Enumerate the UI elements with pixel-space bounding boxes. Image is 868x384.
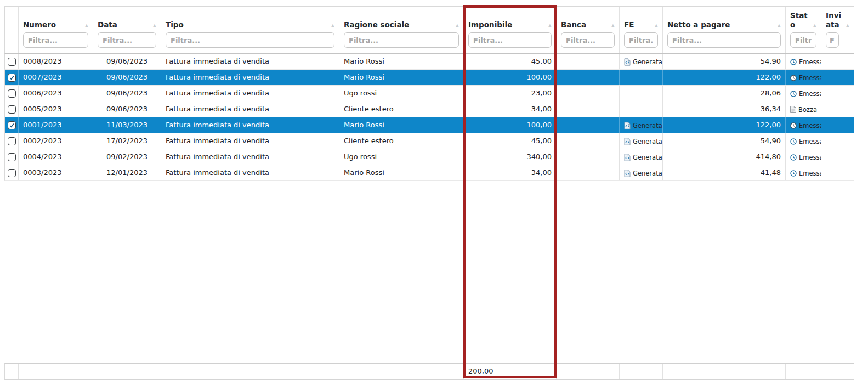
cell-inviata	[821, 70, 854, 85]
filter-input-fe[interactable]	[624, 32, 658, 48]
clock-icon	[790, 138, 797, 145]
cell-stato: Emessa	[786, 133, 821, 149]
fe-badge-label: Generata	[633, 58, 662, 66]
filter-input-tipo[interactable]	[166, 32, 334, 48]
row-checkbox-checked[interactable]	[8, 121, 16, 129]
filter-input-inviata[interactable]	[826, 32, 839, 48]
row-checkbox[interactable]	[8, 58, 16, 66]
cell-banca	[557, 101, 620, 117]
cell-inviata	[821, 117, 854, 133]
column-header-ragione_sociale[interactable]: Ragione sociale▲	[339, 7, 464, 53]
sort-ascending-icon[interactable]: ▲	[151, 22, 156, 30]
cell-banca	[557, 133, 620, 149]
cell-inviata	[821, 54, 854, 69]
filter-input-ragione_sociale[interactable]	[344, 32, 459, 48]
sort-ascending-icon[interactable]: ▲	[653, 22, 658, 30]
cell-data: 12/01/2023	[93, 165, 161, 180]
filter-input-data[interactable]	[98, 32, 156, 48]
cell-stato: Emessa	[786, 165, 821, 180]
cell-fe: Generata	[620, 165, 663, 180]
sort-ascending-icon[interactable]: ▲	[812, 22, 816, 30]
column-label-inviata: Inviata	[826, 11, 842, 30]
sort-ascending-icon[interactable]: ▲	[776, 22, 781, 30]
cell-netto_a_pagare: 41,48	[663, 165, 786, 180]
row-checkbox[interactable]	[8, 105, 16, 114]
cell-numero: 0002/2023	[19, 133, 93, 149]
filter-input-imponibile[interactable]	[468, 32, 552, 48]
cell-numero: 0007/2023	[19, 70, 93, 85]
filter-input-numero[interactable]	[23, 32, 88, 48]
table-header-row: Numero▲Data▲Tipo▲Ragione sociale▲Imponib…	[4, 6, 854, 54]
column-header-data[interactable]: Data▲	[93, 7, 161, 53]
cell-tipo: Fattura immediata di vendita	[161, 165, 339, 180]
table-row[interactable]: 0007/202309/06/2023Fattura immediata di …	[4, 70, 854, 86]
cell-inviata	[821, 101, 854, 117]
column-header-inviata[interactable]: Inviata▲	[821, 7, 854, 53]
table-row[interactable]: 0003/202312/01/2023Fattura immediata di …	[4, 165, 854, 181]
filter-input-netto_a_pagare[interactable]	[667, 32, 781, 48]
column-header-imponibile[interactable]: Imponibile▲	[464, 7, 557, 53]
column-label-numero: Numero	[23, 20, 56, 30]
column-header-stato[interactable]: Stato▲	[786, 7, 821, 53]
column-label-fe: FE	[624, 20, 634, 30]
status-badge: Emessa	[790, 170, 821, 177]
footer-cell-inviata	[821, 364, 854, 379]
fe-badge-label: Generata	[633, 138, 662, 145]
column-header-banca[interactable]: Banca▲	[557, 7, 620, 53]
cell-stato: Bozza	[786, 101, 821, 117]
cell-netto_a_pagare: 54,90	[663, 54, 786, 69]
cell-ragione_sociale: Mario Rossi	[339, 70, 464, 85]
table-row[interactable]: 0002/202317/02/2023Fattura immediata di …	[4, 133, 854, 149]
cell-stato: Emessa	[786, 86, 821, 101]
cell-banca	[557, 86, 620, 101]
status-badge: Emessa	[790, 74, 821, 82]
status-badge: Emessa	[790, 90, 821, 98]
row-checkbox[interactable]	[8, 153, 16, 161]
cell-fe: Generata	[620, 149, 663, 165]
filter-input-banca[interactable]	[561, 32, 615, 48]
cell-fe	[620, 101, 663, 117]
cell-inviata	[821, 149, 854, 165]
table-row[interactable]: 0006/202309/06/2023Fattura immediata di …	[4, 86, 854, 101]
cell-data: 11/03/2023	[93, 117, 161, 133]
sort-ascending-icon[interactable]: ▲	[610, 22, 615, 30]
footer-cell-ragione_sociale	[339, 364, 464, 379]
table-empty-area	[4, 181, 854, 363]
footer-cell-netto_a_pagare	[663, 364, 786, 379]
row-checkbox-checked[interactable]	[8, 74, 16, 82]
sort-ascending-icon[interactable]: ▲	[547, 22, 552, 30]
clock-icon	[790, 75, 797, 81]
column-label-imponibile: Imponibile	[468, 20, 512, 30]
clock-icon	[790, 59, 797, 65]
fe-badge-label: Generata	[633, 154, 662, 161]
column-header-fe[interactable]: FE▲	[620, 7, 663, 53]
sort-ascending-icon[interactable]: ▲	[330, 22, 334, 30]
cell-imponibile: 45,00	[464, 133, 557, 149]
column-label-tipo: Tipo	[166, 20, 184, 30]
row-checkbox[interactable]	[8, 89, 16, 98]
table-row[interactable]: 0004/202309/02/2023Fattura immediata di …	[4, 149, 854, 165]
cell-netto_a_pagare: 122,00	[663, 117, 786, 133]
row-checkbox[interactable]	[8, 169, 16, 177]
cell-data: 09/06/2023	[93, 54, 161, 69]
cell-ragione_sociale: Cliente estero	[339, 101, 464, 117]
status-badge: Emessa	[790, 58, 821, 66]
cell-stato: Emessa	[786, 149, 821, 165]
status-badge-label: Emessa	[799, 138, 821, 145]
table-row[interactable]: 0008/202309/06/2023Fattura immediata di …	[4, 54, 854, 70]
clock-icon	[790, 154, 797, 161]
sort-ascending-icon[interactable]: ▲	[844, 22, 849, 30]
sort-ascending-icon[interactable]: ▲	[83, 22, 88, 30]
sort-ascending-icon[interactable]: ▲	[454, 22, 459, 30]
table-row[interactable]: 0005/202309/06/2023Fattura immediata di …	[4, 101, 854, 117]
table-row[interactable]: 0001/202311/03/2023Fattura immediata di …	[4, 117, 854, 133]
column-header-numero[interactable]: Numero▲	[19, 7, 93, 53]
column-header-tipo[interactable]: Tipo▲	[161, 7, 339, 53]
row-checkbox-cell	[5, 54, 19, 69]
filter-input-stato[interactable]	[790, 32, 816, 48]
row-checkbox[interactable]	[8, 137, 16, 145]
row-checkbox-cell	[5, 86, 19, 101]
cell-stato: Emessa	[786, 70, 821, 85]
column-header-netto_a_pagare[interactable]: Netto a pagare▲	[663, 7, 786, 53]
cell-data: 09/06/2023	[93, 86, 161, 101]
